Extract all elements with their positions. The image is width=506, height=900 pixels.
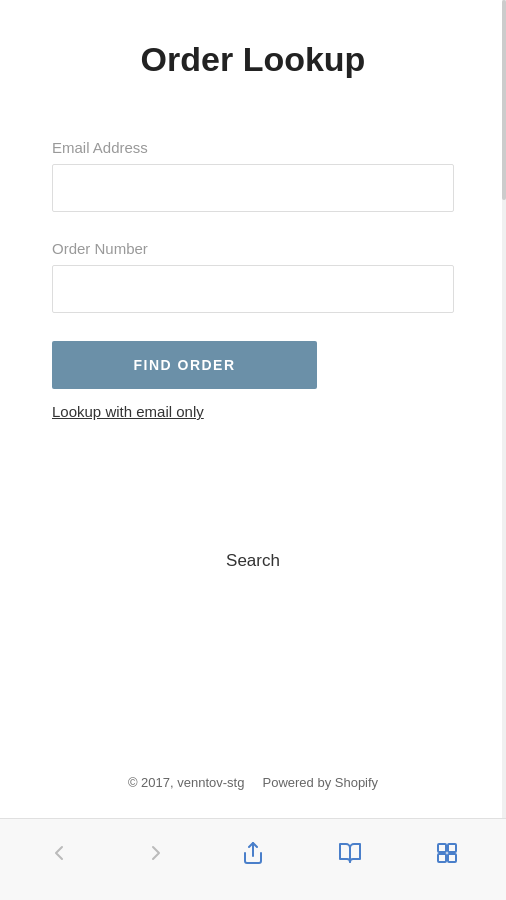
- svg-rect-3: [438, 854, 446, 862]
- forward-button[interactable]: [131, 831, 181, 875]
- email-field-group: Email Address: [52, 139, 454, 212]
- footer: © 2017, venntov-stg Powered by Shopify: [0, 755, 506, 810]
- share-button[interactable]: [228, 831, 278, 875]
- svg-rect-2: [448, 844, 456, 852]
- order-number-field-group: Order Number: [52, 240, 454, 313]
- svg-rect-1: [438, 844, 446, 852]
- copyright-text: © 2017, venntov-stg: [128, 775, 245, 790]
- order-number-label: Order Number: [52, 240, 454, 257]
- order-number-input[interactable]: [52, 265, 454, 313]
- lookup-email-only-link[interactable]: Lookup with email only: [52, 403, 204, 420]
- svg-rect-4: [448, 854, 456, 862]
- email-input[interactable]: [52, 164, 454, 212]
- email-label: Email Address: [52, 139, 454, 156]
- powered-by-shopify-link[interactable]: Powered by Shopify: [262, 775, 378, 790]
- bookmarks-button[interactable]: [325, 831, 375, 875]
- find-order-button[interactable]: FIND ORDER: [52, 341, 317, 389]
- tabs-button[interactable]: [422, 831, 472, 875]
- bottom-toolbar: [0, 818, 506, 900]
- search-label: Search: [226, 551, 280, 570]
- page-content: Order Lookup Email Address Order Number …: [0, 0, 506, 571]
- search-section: Search: [52, 551, 454, 571]
- back-button[interactable]: [34, 831, 84, 875]
- page-title: Order Lookup: [52, 40, 454, 79]
